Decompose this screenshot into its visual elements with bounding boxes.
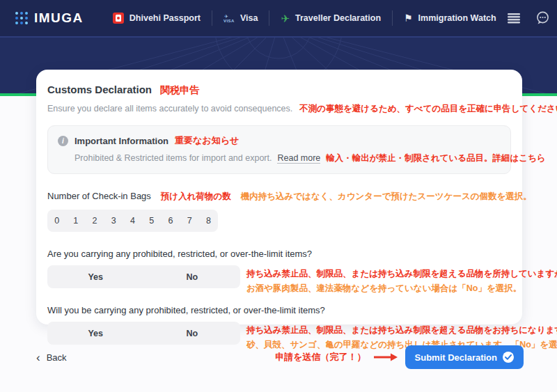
question-annotation-red: 持ち込み禁止品、制限品、または持ち込み制限を超える品物を所持していますか？: [246, 267, 557, 281]
imuga-logo-icon: [15, 12, 29, 25]
back-label: Back: [47, 352, 67, 363]
visa-icon: ✈ VISA: [223, 14, 235, 23]
submit-declaration-button[interactable]: Submit Declaration: [405, 345, 524, 369]
flag-icon: ⚑: [404, 13, 413, 23]
page-subtitle: Ensure you declare all items accurately …: [47, 104, 292, 113]
page: IMUGA Dhivehi Passport ✈ VISA Visa ✈ Tra…: [0, 0, 557, 392]
brand-name: IMUGA: [34, 10, 84, 26]
question-label: Will you be carrying any prohibited, res…: [47, 305, 511, 315]
no-option[interactable]: No: [144, 272, 241, 282]
no-option[interactable]: No: [144, 329, 241, 338]
read-more-link[interactable]: Read more: [277, 153, 320, 164]
nav-item-label: Visa: [240, 13, 258, 23]
chat-icon[interactable]: [535, 11, 550, 25]
arrow-right-icon: [373, 352, 398, 362]
yes-no-toggle: Yes No: [47, 322, 240, 345]
nav-item-traveller-declaration[interactable]: ✈ Traveller Declaration: [269, 8, 392, 28]
bags-label-annotation: 預け入れ荷物の数: [161, 191, 231, 203]
bags-option-3[interactable]: 3: [104, 216, 123, 226]
submit-label: Submit Declaration: [415, 352, 497, 363]
info-title-annotation: 重要なお知らせ: [175, 134, 239, 147]
nav-item-label: Dhivehi Passport: [130, 13, 201, 23]
yes-option[interactable]: Yes: [47, 329, 144, 338]
customs-declaration-card: Customs Declaration 関税申告 Ensure you decl…: [36, 70, 522, 324]
question-will-carry-items: Will you be carrying any prohibited, res…: [47, 305, 511, 345]
submit-annotation: 申請を送信（完了！）: [275, 351, 366, 363]
bags-option-0[interactable]: 0: [47, 216, 66, 226]
nav-right-icons: [508, 11, 557, 25]
page-title: Customs Declaration: [47, 84, 152, 95]
important-information-box: i Important Information 重要なお知らせ Prohibit…: [47, 125, 511, 174]
bags-count-selector: 0 1 2 3 4 5 6 7 8: [47, 210, 218, 232]
bags-option-5[interactable]: 5: [142, 216, 161, 226]
form-footer: ‹ Back 申請を送信（完了！） Submit Declaration: [36, 343, 524, 371]
top-navbar: IMUGA Dhivehi Passport ✈ VISA Visa ✈ Tra…: [0, 0, 557, 36]
chevron-left-icon: ‹: [36, 352, 40, 363]
nav-item-immigration-watch[interactable]: ⚑ Immigration Watch: [393, 8, 508, 28]
back-button[interactable]: ‹ Back: [36, 352, 67, 363]
bags-label: Number of Check-in Bags: [47, 191, 151, 201]
info-title: Important Information: [74, 136, 168, 146]
title-annotation: 関税申告: [160, 84, 199, 97]
nav-item-dhivehi-passport[interactable]: Dhivehi Passport: [102, 8, 212, 28]
nav-item-label: Traveller Declaration: [295, 13, 381, 23]
question-annotation-red: 持ち込み禁止品、制限品、または持ち込み制限を超える品物をお持ちになりますか？: [246, 323, 557, 338]
bags-hint-annotation: 機内持ち込みではなく、カウンターで預けたスーツケースの個数を選択。: [241, 191, 532, 203]
yes-no-toggle: Yes No: [47, 265, 240, 288]
subtitle-annotation: 不測の事態を避けるため、すべての品目を正確に申告してください。: [299, 103, 557, 115]
nav-item-label: Immigration Watch: [418, 13, 496, 23]
bags-option-4[interactable]: 4: [123, 216, 142, 226]
bags-option-8[interactable]: 8: [199, 216, 218, 226]
bags-option-7[interactable]: 7: [180, 216, 199, 226]
check-circle-icon: [503, 352, 514, 363]
yes-option[interactable]: Yes: [47, 272, 144, 282]
list-icon[interactable]: [508, 13, 520, 24]
question-carrying-items: Are you carrying any prohibited, restric…: [47, 249, 511, 288]
nav-item-visa[interactable]: ✈ VISA Visa: [212, 8, 269, 28]
imuga-logo[interactable]: IMUGA: [15, 10, 84, 26]
plane-icon: ✈: [281, 13, 290, 24]
bags-option-1[interactable]: 1: [66, 216, 85, 226]
nav-items: Dhivehi Passport ✈ VISA Visa ✈ Traveller…: [102, 0, 508, 36]
passport-icon: [113, 13, 124, 24]
info-icon: i: [58, 136, 68, 146]
bags-option-2[interactable]: 2: [85, 216, 104, 226]
info-body-annotation: 輸入・輸出が禁止・制限されている品目。詳細はこちら: [326, 152, 545, 164]
question-annotation-orange: お酒や豚肉製品、違法薬物などを持っていない場合は「No」を選択。: [246, 281, 557, 296]
info-body-text: Prohibited & Restricted items for import…: [74, 153, 272, 163]
bags-option-6[interactable]: 6: [161, 216, 180, 226]
question-label: Are you carrying any prohibited, restric…: [47, 249, 511, 259]
